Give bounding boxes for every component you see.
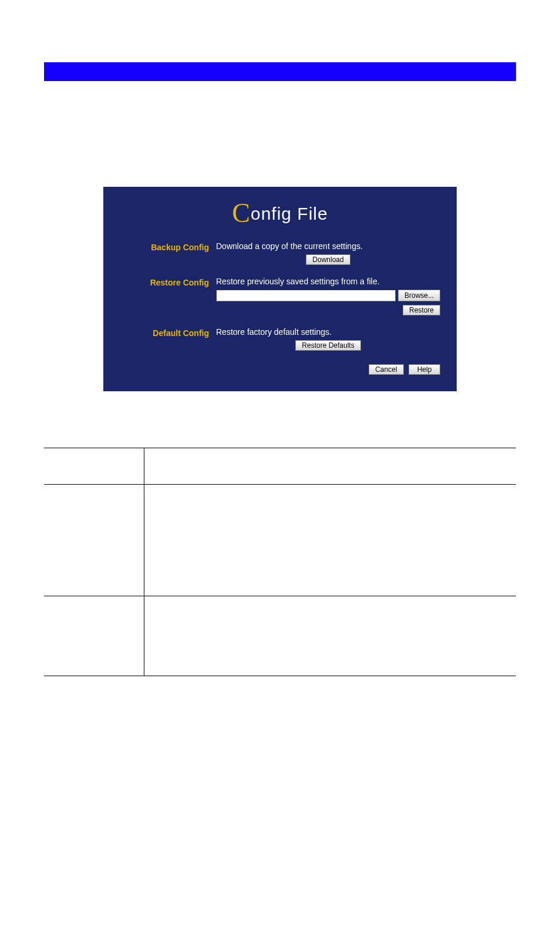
restore-config-section: Restore Config Restore previously saved … <box>120 277 440 315</box>
help-button[interactable]: Help <box>409 364 440 375</box>
cancel-button[interactable]: Cancel <box>369 364 403 375</box>
table-row <box>44 448 516 485</box>
config-file-panel: Config File Backup Config Download a cop… <box>103 187 457 391</box>
backup-config-desc: Download a copy of the current settings. <box>216 241 440 251</box>
browse-button[interactable]: Browse... <box>398 290 440 301</box>
restore-file-input[interactable] <box>216 290 396 301</box>
panel-title: Config File <box>120 197 440 229</box>
table-row: Restore Config This allows you to restor… <box>44 596 516 676</box>
table-row: Backup Config Use this to download a cop… <box>44 485 516 596</box>
restore-config-desc: Restore previously saved settings from a… <box>216 277 440 286</box>
panel-bottom-buttons: Cancel Help <box>120 364 440 375</box>
config-description-table: Backup Config Use this to download a cop… <box>44 448 516 676</box>
restore-config-label: Restore Config <box>120 277 216 287</box>
restore-defaults-button[interactable]: Restore Defaults <box>295 340 360 351</box>
restore-button[interactable]: Restore <box>403 305 440 315</box>
default-config-section: Default Config Restore factory default s… <box>120 327 440 351</box>
download-button[interactable]: Download <box>306 254 350 265</box>
default-config-desc: Restore factory default settings. <box>216 327 440 337</box>
title-rest: onfig File <box>251 204 328 223</box>
backup-config-label: Backup Config <box>120 241 216 252</box>
title-first-letter: C <box>232 198 251 228</box>
header-bar: Advanced Administration <box>44 62 516 81</box>
default-config-label: Default Config <box>120 327 216 338</box>
backup-config-section: Backup Config Download a copy of the cur… <box>120 241 440 265</box>
